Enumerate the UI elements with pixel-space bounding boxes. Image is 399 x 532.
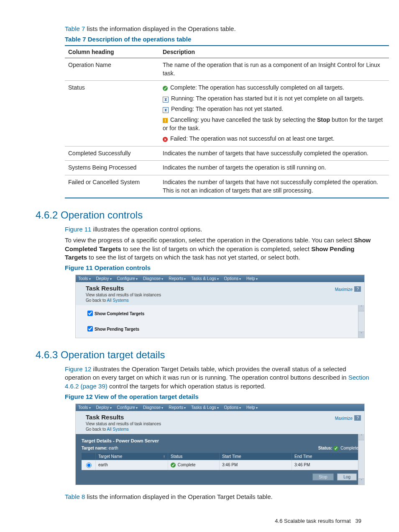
help-icon[interactable]: ?: [354, 286, 361, 292]
menu2-diagnose[interactable]: Diagnose: [143, 405, 164, 410]
menu-deploy[interactable]: Deploy: [96, 276, 111, 281]
p-462-b-pre: To view the progress of a specific opera…: [65, 236, 354, 244]
figure-11: Tools Deploy Configure Diagnose Reports …: [75, 275, 365, 338]
p-462-b-post: to see the list of targets on which the …: [87, 254, 300, 261]
status-cancel-pre: Cancelling: you have cancelled the task …: [170, 116, 317, 123]
target-name-label: Target name:: [82, 446, 109, 450]
cell-completed-desc: Indicates the number of targets that hav…: [159, 146, 389, 161]
fail-icon: ×: [163, 137, 168, 142]
chk-completed-label: Show Completed Targets: [95, 311, 144, 316]
warning-icon: !: [163, 118, 168, 123]
chk-pending-label: Show Pending Targets: [95, 327, 139, 332]
scroll-up-icon[interactable]: ˄: [358, 305, 364, 311]
chk-pending[interactable]: [87, 326, 93, 332]
goback-pre: Go back to: [86, 298, 107, 303]
target-details-title: Target Details - Power Down Server: [82, 438, 358, 443]
menu2-tools[interactable]: Tools: [78, 405, 91, 410]
intro-table8: Table 8 lists the information displayed …: [65, 493, 374, 501]
task-results-sub-2: View status and results of task instance…: [86, 421, 360, 426]
table-row[interactable]: earth ✓ Complete 3:46 PM 3:46 PM: [82, 460, 358, 470]
footer-page: 39: [356, 518, 361, 524]
row-radio[interactable]: [86, 463, 92, 468]
caption-table7: Table 7 Description of the operations ta…: [65, 36, 374, 43]
cell-failed: Failed or Cancelled System: [65, 175, 159, 198]
target-name-value: earth: [109, 446, 118, 450]
link-fig12[interactable]: Figure 12: [65, 365, 91, 373]
log-button[interactable]: Log: [337, 473, 357, 481]
th-target-name[interactable]: Target Name ↑: [96, 453, 168, 460]
th-start[interactable]: Start Time: [220, 453, 292, 460]
p-463-pre: illustrates the Operation Target Details…: [65, 365, 348, 381]
p-462-b-mid: to see the list of targets on which the …: [121, 245, 311, 252]
caption-fig11: Figure 11 Operation controls: [65, 264, 374, 271]
scroll-up-icon-2[interactable]: ˄: [358, 434, 364, 440]
task-results-title: Task Results: [86, 285, 360, 292]
cell-opname-desc: The name of the operation that is run as…: [159, 58, 389, 81]
intro-table8-text: lists the information displayed in the O…: [85, 493, 272, 500]
cell-failed-desc: Indicates the number of targets that hav…: [159, 175, 389, 198]
intro-table7-text: lists the information displayed in the O…: [85, 25, 235, 32]
th-description: Description: [159, 46, 389, 58]
menu2-configure[interactable]: Configure: [117, 405, 138, 410]
caption-fig12: Figure 12 View of the operation target d…: [65, 393, 374, 400]
stop-button[interactable]: Stop: [312, 473, 334, 481]
footer-section: 4.6 Scalable task results format: [275, 518, 350, 524]
maximize-link-2[interactable]: Maximize: [335, 416, 353, 421]
menu-tools[interactable]: Tools: [78, 276, 91, 281]
chk-completed[interactable]: [87, 311, 93, 316]
link-table7[interactable]: Table 7: [65, 25, 85, 32]
row-end: 3:46 PM: [292, 460, 358, 470]
goback-link[interactable]: All Systems: [107, 298, 129, 303]
scroll-down-icon-2[interactable]: ˅: [358, 478, 364, 485]
maximize-link[interactable]: Maximize: [335, 287, 353, 292]
th-end[interactable]: End Time: [292, 453, 358, 460]
menu2-help[interactable]: Help: [246, 405, 258, 410]
row-target-name: earth: [96, 460, 168, 470]
task-results-header: Task Results View status and results of …: [76, 282, 364, 305]
scrollbar-2[interactable]: ˄˅: [358, 434, 364, 485]
status-failed: Failed: The operation was not successful…: [170, 135, 335, 142]
menu-options[interactable]: Options: [224, 276, 241, 281]
row-status-icon: ✓: [171, 463, 176, 468]
p-462-a-text: illustrates the operation control option…: [91, 226, 202, 233]
status-complete: Complete: The operation has successfully…: [170, 84, 344, 91]
goback-pre-2: Go back to: [86, 427, 107, 432]
task-results-title-2: Task Results: [86, 414, 360, 421]
link-table8[interactable]: Table 8: [65, 493, 85, 500]
row-status: Complete: [178, 463, 196, 467]
menubar: Tools Deploy Configure Diagnose Reports …: [76, 275, 364, 282]
heading-463: 4.6.3 Operation target details: [36, 349, 374, 361]
status-value: Complete: [340, 446, 358, 450]
p-462-b: To view the progress of a specific opera…: [65, 236, 374, 262]
menu-help[interactable]: Help: [246, 276, 258, 281]
th-status[interactable]: Status: [168, 453, 220, 460]
figure-12: Tools Deploy Configure Diagnose Reports …: [75, 403, 365, 485]
p-463: Figure 12 illustrates the Operation Targ…: [65, 365, 374, 391]
th-select: [82, 453, 96, 460]
menu2-tasks[interactable]: Tasks & Logs: [191, 405, 219, 410]
menu-tasks[interactable]: Tasks & Logs: [191, 276, 219, 281]
scroll-down-icon[interactable]: ˅: [358, 332, 364, 338]
status-pending: Pending: The operation has not yet start…: [171, 105, 283, 112]
menu2-options[interactable]: Options: [224, 405, 241, 410]
cell-status: Status: [65, 81, 159, 146]
goback-link-2[interactable]: All Systems: [107, 427, 129, 432]
page-footer: 4.6 Scalable task results format 39: [36, 518, 374, 524]
menu-diagnose[interactable]: Diagnose: [143, 276, 164, 281]
cell-completed: Completed Successfully: [65, 146, 159, 161]
scrollbar[interactable]: ˄˅: [358, 305, 364, 338]
menu2-deploy[interactable]: Deploy: [96, 405, 111, 410]
link-fig11[interactable]: Figure 11: [65, 226, 91, 233]
help-icon-2[interactable]: ?: [354, 415, 361, 421]
menu-reports[interactable]: Reports: [169, 276, 186, 281]
status-label: Status:: [318, 446, 334, 450]
cell-opname: Operation Name: [65, 58, 159, 81]
p-463-post: control the targets for which operation …: [107, 383, 266, 390]
cell-processing: Systems Being Processed: [65, 161, 159, 175]
menu2-reports[interactable]: Reports: [169, 405, 186, 410]
menu-configure[interactable]: Configure: [117, 276, 138, 281]
p-462-a: Figure 11 illustrates the operation cont…: [65, 225, 374, 234]
running-icon: ⧗: [163, 97, 169, 103]
row-start: 3:46 PM: [220, 460, 292, 470]
table7: Column heading Description Operation Nam…: [65, 45, 389, 198]
